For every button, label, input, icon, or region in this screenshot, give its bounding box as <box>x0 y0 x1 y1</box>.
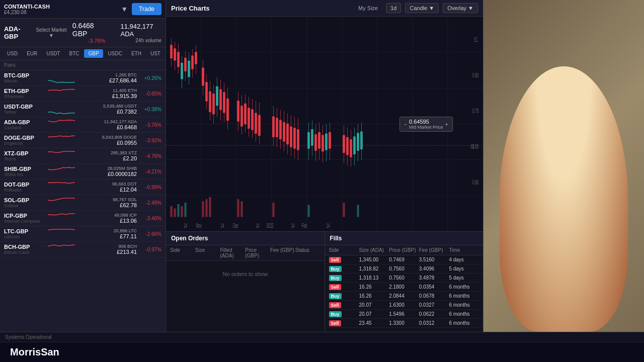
dropdown-icon[interactable]: ▼ <box>121 5 128 13</box>
fill-side: Buy <box>329 275 359 281</box>
col-price: Price (GBP) <box>245 247 270 258</box>
pair-change: -3.40% <box>139 216 162 221</box>
fill-side: Sell <box>329 257 359 262</box>
fill-price: 0.7560 <box>389 275 419 281</box>
pair-name: USDT-GBP <box>4 104 44 110</box>
table-row: Sell 20.07 1.6300 0.0327 6 months <box>325 301 484 310</box>
pair-row[interactable]: ADA-GBP Cardano 11,942,177 ADA £0.6468 -… <box>0 117 166 133</box>
fill-side: Buy <box>329 266 359 272</box>
select-market-button[interactable]: Select Market ▼ <box>35 27 67 38</box>
currency-tab-usdc[interactable]: USDC <box>104 49 126 58</box>
pair-price: £0.7382 <box>117 109 137 115</box>
pair-price: £0.0955 <box>117 140 137 146</box>
pair-price: £27,686.44 <box>109 77 137 83</box>
pair-price: £62.78 <box>120 202 137 208</box>
timeframe-button[interactable]: 1d <box>386 3 401 13</box>
svg-rect-100 <box>360 132 362 149</box>
svg-rect-78 <box>311 130 313 145</box>
pair-row[interactable]: XTZ-GBP Tezos 285,383 XTZ £2.20 -4.76% <box>0 148 166 164</box>
svg-rect-92 <box>346 138 348 155</box>
pair-row[interactable]: DOT-GBP Polkadot 96,663 DOT £12.04 -0.99… <box>0 179 166 195</box>
fills-table-body: Sell 1,345.00 0.7469 3.5160 4 days Buy 1… <box>325 255 484 332</box>
pair-subname: Ethereum <box>4 94 44 99</box>
svg-text:Dec: Dec <box>233 222 238 229</box>
pair-volume: 6,043,808 DOGE <box>102 135 137 140</box>
svg-rect-74 <box>297 130 299 150</box>
account-selector[interactable]: CONTANTI-CASH £4,230.08 <box>4 4 117 15</box>
price-value: 0.6468 GBP <box>72 22 106 38</box>
pair-name: ETH-GBP <box>4 88 44 94</box>
pair-volume: 98,767 SOL <box>113 197 137 202</box>
plus-button[interactable]: + <box>445 121 448 127</box>
mini-chart <box>46 228 76 239</box>
mini-chart <box>46 88 76 99</box>
center-panel: Price Charts My Size 1d Candle ▼ Overlay… <box>166 0 483 332</box>
pair-name: ADA-GBP <box>4 119 44 125</box>
pair-change: +0.38% <box>139 107 162 112</box>
pair-change: -0.97% <box>139 247 162 252</box>
table-row: Buy 1,318.13 0.7560 3.4878 5 days <box>325 274 484 283</box>
trade-button[interactable]: Trade <box>132 3 162 15</box>
fill-price: 2.0844 <box>389 293 419 299</box>
pair-change: -0.65% <box>139 91 162 97</box>
pair-row[interactable]: ICP-GBP Internet Computer 49,098 ICP £13… <box>0 211 166 226</box>
svg-rect-114 <box>357 205 359 217</box>
market-header: ADA-GBP Select Market ▼ 0.6468 GBP -3.76… <box>0 19 166 47</box>
svg-rect-111 <box>272 203 274 217</box>
pair-row[interactable]: DOGE-GBP Dogecoin 6,043,808 DOGE £0.0955… <box>0 133 166 148</box>
pair-volume: 906 BCH <box>118 244 137 249</box>
chart-type-button[interactable]: Candle ▼ <box>405 3 439 13</box>
pair-price: £12.04 <box>120 187 137 193</box>
svg-rect-20 <box>181 63 183 79</box>
currency-tab-ust[interactable]: UST <box>146 49 165 58</box>
pair-row[interactable]: USDT-GBP Tether 5,539,488 USDT £0.7382 +… <box>0 102 166 117</box>
pair-volume-col: 28,025M SHIB £0.0000182 <box>78 166 137 177</box>
overlay-button[interactable]: Overlay ▼ <box>443 3 478 13</box>
col-size: Size <box>195 247 220 258</box>
col-status: Status <box>295 247 320 258</box>
fills-col-fee: Fee (GBP) <box>419 247 449 253</box>
pair-row[interactable]: SOL-GBP Solana 98,767 SOL £62.78 -2.49% <box>0 195 166 211</box>
fill-time: 5 days <box>449 275 479 281</box>
fill-size: 20.07 <box>359 302 389 308</box>
currency-tab-usd[interactable]: USD <box>3 49 22 58</box>
col-filled: Filled (ADA) <box>220 247 246 258</box>
table-row: Sell 1,345.00 0.7469 3.5160 4 days <box>325 255 484 264</box>
pair-volume-col: 11,942,177 ADA £0.6468 <box>78 119 137 130</box>
fills-col-time: Time <box>449 247 479 253</box>
currency-tab-eur[interactable]: EUR <box>23 49 41 58</box>
svg-rect-64 <box>279 120 281 139</box>
svg-rect-101 <box>170 206 172 217</box>
currency-tab-btc[interactable]: BTC <box>65 49 83 58</box>
svg-rect-34 <box>209 92 211 112</box>
mini-chart <box>46 135 76 146</box>
pair-name: DOT-GBP <box>4 182 44 188</box>
svg-text:14: 14 <box>221 222 224 229</box>
pair-row[interactable]: BTC-GBP Bitcoin 1,265 BTC £27,686.44 +0.… <box>0 70 166 86</box>
svg-rect-48 <box>240 106 243 126</box>
svg-rect-32 <box>205 82 207 101</box>
pair-row[interactable]: ETH-GBP Ethereum 11,405 ETH £1,915.39 -0… <box>0 86 166 102</box>
mini-chart <box>46 150 76 161</box>
pair-change: -4.21% <box>139 169 162 174</box>
svg-rect-102 <box>174 208 176 217</box>
top-bar: CONTANTI-CASH £4,230.08 ▼ Trade <box>0 0 166 19</box>
pairs-label: Pairs <box>0 60 166 70</box>
pair-row[interactable]: SHIB-GBP Shiba Inu 28,025M SHIB £0.00001… <box>0 164 166 179</box>
pair-row[interactable]: LTC-GBP Litecoin 20,886 LTC £77.11 -2.66… <box>0 226 166 242</box>
svg-rect-84 <box>321 135 324 151</box>
currency-tab-usdt[interactable]: USDT <box>42 49 64 58</box>
svg-rect-86 <box>325 134 327 149</box>
pair-price: £1,915.39 <box>112 93 137 99</box>
svg-rect-62 <box>276 118 278 137</box>
open-orders-header: Open Orders <box>166 232 325 245</box>
svg-rect-105 <box>184 203 186 217</box>
pair-row[interactable]: BCH-GBP Bitcoin Cash 906 BCH £213.41 -0.… <box>0 242 166 257</box>
svg-rect-80 <box>314 135 316 150</box>
svg-text:14: 14 <box>291 222 295 229</box>
mini-chart <box>46 213 76 224</box>
minus-button[interactable]: − <box>404 121 407 127</box>
currency-tab-gbp[interactable]: GBP <box>84 49 103 58</box>
my-size-button[interactable]: My Size <box>354 4 382 13</box>
currency-tab-eth[interactable]: ETH <box>127 49 145 58</box>
